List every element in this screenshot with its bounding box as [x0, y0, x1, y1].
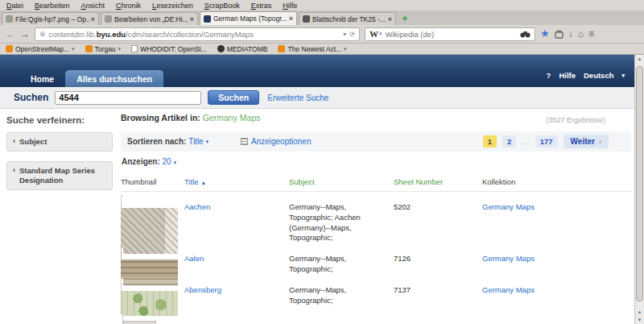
col-header-title[interactable]: Title ▲	[184, 177, 289, 186]
site-tab-browse-all[interactable]: Alles durchsuchen	[65, 70, 163, 87]
bookmark-star-icon[interactable]: ★	[540, 29, 550, 39]
url-bar[interactable]: ⊕ contentdm.lib.byu.edu/cdm/search/colle…	[35, 27, 360, 41]
tab-close-icon[interactable]: ×	[190, 15, 194, 23]
results-page: Suche verfeinern: › Subject › Standard M…	[0, 109, 634, 324]
display-options-link[interactable]: Anzeigeoptionen	[241, 137, 312, 146]
tab-favicon	[105, 15, 112, 23]
bookmark-whodidit[interactable]: WHODIDIT: OpenSt...	[131, 45, 207, 53]
tab-label: Bearbeiten von „DE:Hi...	[114, 15, 188, 23]
result-title-link[interactable]: Abensberg	[184, 285, 221, 294]
url-domain: byu.edu	[97, 30, 126, 39]
result-subject: Germany--Maps, Topographic; Aachen (Germ…	[289, 197, 394, 243]
language-selector[interactable]: Deutsch	[584, 71, 613, 80]
page-last-link[interactable]: 177	[535, 135, 558, 147]
tab-wiki-edit[interactable]: Bearbeiten von „DE:Hi... ×	[101, 12, 198, 25]
next-page-button[interactable]: Weiter ›	[564, 135, 609, 148]
facet-subject[interactable]: › Subject	[6, 132, 113, 152]
menu-chronik[interactable]: Chronik	[116, 2, 141, 10]
bookmark-label: WHODIDIT: OpenSt...	[140, 45, 207, 53]
bookmark-newest-act[interactable]: The Newest Act... ▾	[278, 45, 346, 53]
new-tab-button[interactable]: +	[402, 13, 408, 23]
hamburger-menu-icon[interactable]: ≡	[588, 29, 594, 39]
scroll-up-icon[interactable]: ▲	[635, 309, 644, 314]
show-per-page-label: Anzeigen:	[122, 157, 160, 166]
result-collection-link[interactable]: Germany Maps	[482, 254, 535, 263]
site-nav-bar: Home Alles durchsuchen ? Hilfe Deutsch ▾	[0, 55, 634, 87]
result-subject: Germany--Maps, Topographic;	[289, 249, 394, 275]
help-link[interactable]: Hilfe	[559, 71, 576, 80]
chevron-right-icon: ›	[13, 137, 15, 147]
menu-scrapbook[interactable]: ScrapBook	[204, 2, 240, 10]
reload-icon[interactable]: ⟳	[349, 31, 355, 38]
downloads-icon[interactable]: ↓	[568, 29, 573, 39]
col-header-sheet-number[interactable]: Sheet Number	[394, 177, 482, 186]
tab-label: German Maps (Topogr...	[213, 15, 287, 23]
page-1-current[interactable]: 1	[483, 135, 497, 147]
tab-close-icon[interactable]: ×	[388, 15, 392, 23]
result-title-link[interactable]: Aachen	[184, 202, 210, 211]
sort-toolbar: Sortieren nach: Title ▾ Anzeigeoptionen …	[121, 131, 631, 152]
result-collection-link[interactable]: Germany Maps	[482, 285, 535, 294]
sort-label: Sortieren nach:	[127, 137, 186, 146]
binoculars-search-icon[interactable]	[520, 31, 530, 38]
web-search-bar[interactable]: W ▾	[365, 27, 535, 41]
vertical-scrollbar[interactable]: ▲ ▲ ▼	[634, 55, 644, 324]
chevron-down-icon: ▾	[344, 46, 347, 52]
bookmark-mediatomb[interactable]: MEDIATOMB	[217, 45, 268, 53]
tab-close-icon[interactable]: ×	[91, 15, 95, 23]
home-icon[interactable]: ⌂	[578, 29, 584, 39]
tab-qgis-image[interactable]: File:Qgis-hp7.png – Op... ×	[2, 12, 99, 25]
bookmarks-menu-icon[interactable]	[555, 30, 564, 39]
bookmark-torgau[interactable]: Torgau ▾	[85, 45, 122, 53]
menu-extras[interactable]: Extras	[251, 2, 272, 10]
menu-bar: Datei Bearbeiten Ansicht Chronik Lesezei…	[0, 0, 644, 10]
help-icon[interactable]: ?	[547, 71, 551, 80]
site-identity-icon[interactable]: ⊕	[39, 30, 46, 38]
menu-bearbeiten[interactable]: Bearbeiten	[35, 2, 70, 10]
search-engine-dropdown-icon[interactable]: ▾	[379, 31, 382, 37]
menu-datei[interactable]: Datei	[6, 2, 23, 10]
sort-value-link[interactable]: Title	[188, 137, 204, 146]
url-dropdown-icon[interactable]: ▾	[343, 31, 346, 38]
scroll-down-icon[interactable]: ▼	[635, 318, 644, 322]
browsing-label: Browsing Artikel in:	[121, 113, 200, 123]
forward-button[interactable]: →	[20, 29, 30, 39]
back-button[interactable]: ←	[6, 29, 15, 39]
result-sheet-number: 7126	[394, 249, 482, 275]
menu-hilfe[interactable]: Hilfe	[283, 2, 297, 10]
site-tab-home[interactable]: Home	[19, 70, 65, 87]
search-button[interactable]: Suchen	[208, 90, 259, 105]
col-header-subject[interactable]: Subject	[289, 177, 394, 186]
show-per-page-value[interactable]: 20	[163, 157, 171, 166]
tab-close-icon[interactable]: ×	[289, 15, 293, 23]
map-thumbnail-partial[interactable]	[123, 321, 156, 324]
advanced-search-link[interactable]: Erweiterte Suche	[267, 93, 328, 102]
scrollbar-thumb[interactable]	[636, 66, 643, 301]
table-row: Aalen Germany--Maps, Topographic; 7126 G…	[121, 243, 631, 275]
scroll-up-icon[interactable]: ▲	[635, 56, 644, 61]
menu-lesezeichen[interactable]: Lesezeichen	[152, 2, 193, 10]
pagination-ellipsis: …	[522, 137, 530, 146]
tab-blattschnitt[interactable]: Blattschnitt der TK25 -... ×	[299, 12, 396, 25]
bookmark-label: Torgau	[95, 45, 116, 53]
result-collection-link[interactable]: Germany Maps	[482, 202, 535, 211]
map-thumbnail[interactable]	[121, 278, 178, 324]
tab-bar: File:Qgis-hp7.png – Op... × Bearbeiten v…	[0, 10, 644, 25]
display-options-icon	[241, 138, 248, 145]
result-subject: Germany--Maps, Topographic;	[289, 280, 394, 306]
bookmarks-toolbar: OpenStreetMap... ▾ Torgau ▾ WHODIDIT: Op…	[0, 44, 644, 55]
menu-ansicht[interactable]: Ansicht	[81, 2, 105, 10]
search-input[interactable]	[55, 91, 201, 105]
web-search-input[interactable]	[386, 30, 520, 39]
bookmark-openstreetmap[interactable]: OpenStreetMap... ▾	[6, 45, 75, 53]
page-2-link[interactable]: 2	[502, 135, 516, 147]
results-main: Browsing Artikel in: Germany Maps (3527 …	[121, 113, 631, 306]
tab-german-maps-active[interactable]: German Maps (Topogr... ×	[200, 11, 297, 25]
next-label: Weiter	[571, 137, 595, 146]
facet-map-series[interactable]: › Standard Map Series Designation	[6, 161, 113, 190]
result-title-link[interactable]: Aalen	[184, 254, 204, 263]
search-label: Suchen	[14, 92, 48, 103]
refine-title: Suche verfeinern:	[6, 115, 113, 125]
bookmark-label: MEDIATOMB	[227, 45, 268, 53]
search-engine-icon[interactable]: W	[369, 29, 378, 39]
